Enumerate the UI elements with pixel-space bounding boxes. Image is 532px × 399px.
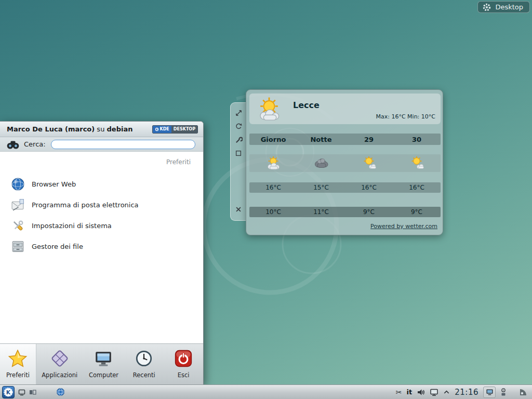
day-temp: 16°C <box>393 184 441 191</box>
partly-cloudy-icon <box>393 155 441 171</box>
tab-recenti[interactable]: Recenti <box>124 344 164 385</box>
kickoff-menu: Marco De Luca (marco) su debian K KDE DE… <box>0 121 204 384</box>
night-temp: 11°C <box>297 208 345 216</box>
day-temp: 16°C <box>249 184 297 191</box>
kickoff-header: Marco De Luca (marco) su debian K KDE DE… <box>0 122 203 137</box>
user-name: Marco De Luca (marco) su debian <box>7 125 132 133</box>
network-monitor-icon[interactable] <box>430 388 438 396</box>
globe-icon <box>11 177 25 191</box>
weather-night-temps: 10°C 11°C 9°C 9°C <box>249 207 441 217</box>
notifications-icon[interactable] <box>500 388 507 396</box>
night-temp: 9°C <box>393 208 441 216</box>
browser-launcher-globe-icon[interactable] <box>56 388 65 396</box>
panel-cashew-icon[interactable] <box>518 388 528 397</box>
weather-condition-icon <box>256 97 283 121</box>
weather-max-min: Max: 16°C Min: 10°C <box>376 113 435 120</box>
gear-icon <box>482 3 491 12</box>
tab-label: Preferiti <box>6 371 30 379</box>
day-temp: 15°C <box>297 184 345 191</box>
desktop-toolbox[interactable]: Desktop <box>477 1 530 13</box>
kickoff-search-row: Cerca: <box>0 137 203 152</box>
partly-cloudy-icon <box>249 155 297 171</box>
svg-text:K: K <box>6 389 11 396</box>
kde-brand-badge: K KDE DESKTOP <box>152 125 198 134</box>
weather-city: Lecce <box>293 100 320 110</box>
system-tray: ✂ it 21:16 <box>396 387 530 398</box>
kickoff-tab-bar: Preferiti Applicazioni <box>0 343 203 385</box>
kde-logo-icon: K <box>155 127 159 131</box>
weather-day-temps: 16°C 15°C 16°C 16°C <box>249 182 441 193</box>
weather-icon-row <box>249 154 441 172</box>
klipper-scissors-icon[interactable]: ✂ <box>396 388 402 396</box>
tools-icon <box>11 219 25 233</box>
keyboard-layout-indicator[interactable]: it <box>407 388 413 396</box>
volume-icon[interactable] <box>417 388 425 396</box>
menu-item-email[interactable]: Programma di posta elettronica <box>0 194 203 215</box>
desktop: Desktop <box>0 0 532 399</box>
bottom-panel: K ✂ it <box>0 384 532 399</box>
mail-icon <box>11 198 25 212</box>
svg-text:K: K <box>155 128 158 131</box>
tab-computer[interactable]: Computer <box>83 344 125 385</box>
close-icon[interactable] <box>234 205 243 214</box>
menu-item-label: Browser Web <box>32 180 76 188</box>
weather-col-label: Notte <box>297 136 345 143</box>
configure-icon[interactable] <box>234 135 243 144</box>
weather-col-label: Giorno <box>249 136 297 143</box>
show-desktop-icon[interactable] <box>18 388 25 396</box>
maximize-icon[interactable] <box>234 149 243 158</box>
file-manager-icon <box>11 240 25 254</box>
search-input[interactable] <box>51 140 195 149</box>
tab-applicazioni[interactable]: Applicazioni <box>36 344 83 385</box>
star-icon <box>8 349 28 368</box>
kickoff-body: Preferiti Browser Web <box>0 152 203 343</box>
tab-label: Esci <box>178 371 190 379</box>
desktop-toolbox-label: Desktop <box>495 3 523 11</box>
weather-column-headers: Giorno Notte 29 30 <box>249 134 441 145</box>
weather-credit-link[interactable]: Powered by wetter.com <box>370 223 437 230</box>
menu-item-browser-web[interactable]: Browser Web <box>0 174 203 194</box>
section-label: Preferiti <box>166 158 191 166</box>
weather-header: Lecce Max: 16°C Min: 10°C <box>249 94 441 124</box>
tab-esci[interactable]: Esci <box>164 344 203 385</box>
clock-icon <box>134 349 154 368</box>
weather-col-label: 30 <box>393 136 441 143</box>
menu-item-system-settings[interactable]: Impostazioni di sistema <box>0 215 203 236</box>
kmenu-button[interactable]: K <box>2 386 15 398</box>
menu-item-label: Gestore dei file <box>32 243 83 250</box>
partly-cloudy-icon <box>345 155 393 171</box>
binoculars-icon <box>6 139 20 150</box>
menu-item-file-manager[interactable]: Gestore dei file <box>0 236 203 257</box>
widget-handle[interactable] <box>230 102 246 221</box>
night-temp: 10°C <box>249 208 297 216</box>
digital-clock[interactable]: 21:16 <box>455 388 478 397</box>
display-settings-icon[interactable] <box>483 387 496 398</box>
rotate-icon[interactable] <box>234 122 243 131</box>
pager-icon[interactable] <box>29 388 36 396</box>
resize-icon[interactable] <box>234 108 243 117</box>
weather-widget: Lecce Max: 16°C Min: 10°C Giorno Notte 2… <box>246 89 443 235</box>
power-icon <box>174 349 193 368</box>
tab-label: Computer <box>89 371 118 379</box>
weather-col-label: 29 <box>345 136 393 143</box>
night-temp: 9°C <box>345 208 393 216</box>
search-label: Cerca: <box>24 140 46 148</box>
cloudy-icon <box>297 155 345 171</box>
menu-item-label: Programma di posta elettronica <box>32 201 139 209</box>
menu-item-label: Impostazioni di sistema <box>32 222 112 230</box>
computer-icon <box>94 349 113 368</box>
day-temp: 16°C <box>345 184 393 191</box>
tray-expand-chevron-icon[interactable] <box>443 389 450 395</box>
tab-preferiti[interactable]: Preferiti <box>0 344 36 385</box>
tab-label: Recenti <box>133 371 155 379</box>
tab-label: Applicazioni <box>42 371 77 379</box>
applications-icon <box>50 349 70 368</box>
kde-logo-icon: K <box>3 387 14 397</box>
